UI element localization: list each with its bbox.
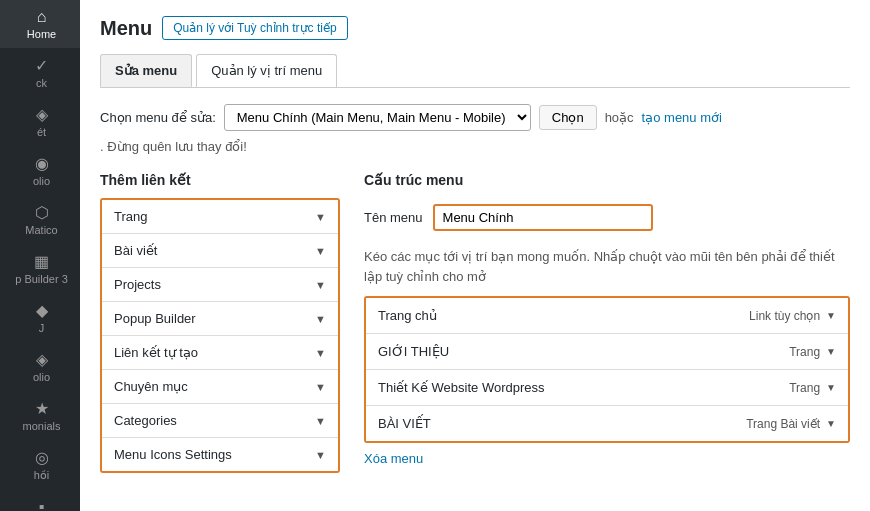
accordion-header-menu-icons[interactable]: Menu Icons Settings ▼ — [102, 438, 338, 471]
accordion-item-bai-viet: Bài viết ▼ — [102, 234, 338, 268]
select-note2: . Đừng quên lưu thay đổi! — [100, 139, 247, 154]
accordion-label-lien-ket: Liên kết tự tạo — [114, 345, 198, 360]
accordion-header-chuyen-muc[interactable]: Chuyên mục ▼ — [102, 370, 338, 403]
menu-item-right-gioi-thieu: Trang ▼ — [789, 345, 836, 359]
sidebar-item-locks[interactable]: ▪ locks — [0, 490, 80, 511]
accordion-arrow-menu-icons: ▼ — [315, 449, 326, 461]
builder-icon: ▦ — [9, 252, 74, 271]
tab-sua-menu[interactable]: Sửa menu — [100, 54, 192, 87]
chon-button[interactable]: Chọn — [539, 105, 597, 130]
sidebar-item-home[interactable]: ⌂ Home — [0, 0, 80, 48]
select-note: hoặc — [605, 110, 634, 125]
sidebar-item-olio2[interactable]: ◈ olio — [0, 342, 80, 391]
accordion-arrow-popup-builder: ▼ — [315, 313, 326, 325]
drag-note: Kéo các mục tới vị trí bạn mong muốn. Nh… — [364, 247, 850, 286]
select-row: Chọn menu để sửa: Menu Chính (Main Menu,… — [100, 104, 850, 154]
chevron-down-icon-trang-chu: ▼ — [826, 310, 836, 321]
accordion-header-bai-viet[interactable]: Bài viết ▼ — [102, 234, 338, 267]
sidebar-item-olio1[interactable]: ◉ olio — [0, 146, 80, 195]
right-column: Cấu trúc menu Tên menu Kéo các mục tới v… — [364, 172, 850, 466]
page-title: Menu — [100, 17, 152, 40]
menu-item-gioi-thieu[interactable]: GIỚI THIỆU Trang ▼ — [366, 334, 848, 370]
main-content: Menu Quản lý với Tuỳ chỉnh trực tiếp Sửa… — [80, 0, 870, 511]
menu-item-label-gioi-thieu: GIỚI THIỆU — [378, 344, 449, 359]
tab-quan-ly-vi-tri[interactable]: Quản lý vị trí menu — [196, 54, 337, 87]
accordion-header-projects[interactable]: Projects ▼ — [102, 268, 338, 301]
accordion-label-menu-icons: Menu Icons Settings — [114, 447, 232, 462]
accordion-arrow-chuyen-muc: ▼ — [315, 381, 326, 393]
accordion-header-popup-builder[interactable]: Popup Builder ▼ — [102, 302, 338, 335]
menu-item-bai-viet[interactable]: BÀI VIẾT Trang Bài viết ▼ — [366, 406, 848, 441]
accordion-header-trang[interactable]: Trang ▼ — [102, 200, 338, 233]
select-label: Chọn menu để sửa: — [100, 110, 216, 125]
accordion-item-menu-icons: Menu Icons Settings ▼ — [102, 438, 338, 471]
accordion-item-popup-builder: Popup Builder ▼ — [102, 302, 338, 336]
sidebar-item-j[interactable]: ◆ J — [0, 293, 80, 342]
menu-item-type-thiet-ke: Trang — [789, 381, 820, 395]
ck-icon: ✓ — [9, 56, 74, 75]
hoi-icon: ◎ — [9, 448, 74, 467]
page-header: Menu Quản lý với Tuỳ chỉnh trực tiếp — [100, 16, 850, 40]
chevron-down-icon-bai-viet: ▼ — [826, 418, 836, 429]
j-icon: ◆ — [9, 301, 74, 320]
menu-name-input[interactable] — [433, 204, 653, 231]
menu-item-type-trang-chu: Link tùy chọn — [749, 309, 820, 323]
accordion-arrow-projects: ▼ — [315, 279, 326, 291]
two-col-layout: Thêm liên kết Trang ▼ Bài viết ▼ — [100, 172, 850, 473]
xoa-menu-link[interactable]: Xóa menu — [364, 451, 423, 466]
accordion-label-categories: Categories — [114, 413, 177, 428]
accordion-arrow-lien-ket: ▼ — [315, 347, 326, 359]
accordion-item-trang: Trang ▼ — [102, 200, 338, 234]
menu-item-type-bai-viet: Trang Bài viết — [746, 417, 820, 431]
menu-item-right-thiet-ke: Trang ▼ — [789, 381, 836, 395]
monials-icon: ★ — [9, 399, 74, 418]
menu-name-label: Tên menu — [364, 210, 423, 225]
sidebar: ⌂ Home ✓ ck ◈ ét ◉ olio ⬡ Matico ▦ p Bui… — [0, 0, 80, 511]
customize-button[interactable]: Quản lý với Tuỳ chỉnh trực tiếp — [162, 16, 347, 40]
menu-name-row: Tên menu — [364, 198, 850, 237]
chevron-down-icon-gioi-thieu: ▼ — [826, 346, 836, 357]
accordion-arrow-bai-viet: ▼ — [315, 245, 326, 257]
left-column: Thêm liên kết Trang ▼ Bài viết ▼ — [100, 172, 340, 473]
et-icon: ◈ — [9, 105, 74, 124]
content-area: Menu Quản lý với Tuỳ chỉnh trực tiếp Sửa… — [80, 0, 870, 511]
tao-menu-link[interactable]: tạo menu mới — [642, 110, 722, 125]
accordion-label-projects: Projects — [114, 277, 161, 292]
menu-item-right-trang-chu: Link tùy chọn ▼ — [749, 309, 836, 323]
menu-item-label-thiet-ke: Thiết Kế Website Wordpress — [378, 380, 545, 395]
sidebar-item-et[interactable]: ◈ ét — [0, 97, 80, 146]
sidebar-item-matico[interactable]: ⬡ Matico — [0, 195, 80, 244]
accordion-list: Trang ▼ Bài viết ▼ Projects ▼ — [100, 198, 340, 473]
sidebar-item-monials[interactable]: ★ monials — [0, 391, 80, 440]
menu-item-label-trang-chu: Trang chủ — [378, 308, 437, 323]
chevron-down-icon-thiet-ke: ▼ — [826, 382, 836, 393]
accordion-header-categories[interactable]: Categories ▼ — [102, 404, 338, 437]
olio1-icon: ◉ — [9, 154, 74, 173]
accordion-header-lien-ket[interactable]: Liên kết tự tạo ▼ — [102, 336, 338, 369]
menu-item-trang-chu[interactable]: Trang chủ Link tùy chọn ▼ — [366, 298, 848, 334]
left-col-heading: Thêm liên kết — [100, 172, 340, 188]
menu-structure: Trang chủ Link tùy chọn ▼ GIỚI THIỆU Tra… — [364, 296, 850, 443]
menu-item-type-gioi-thieu: Trang — [789, 345, 820, 359]
matico-icon: ⬡ — [9, 203, 74, 222]
menu-item-thiet-ke[interactable]: Thiết Kế Website Wordpress Trang ▼ — [366, 370, 848, 406]
accordion-item-projects: Projects ▼ — [102, 268, 338, 302]
sidebar-item-ck[interactable]: ✓ ck — [0, 48, 80, 97]
accordion-item-chuyen-muc: Chuyên mục ▼ — [102, 370, 338, 404]
tabs: Sửa menu Quản lý vị trí menu — [100, 54, 850, 88]
right-col-heading: Cấu trúc menu — [364, 172, 850, 188]
menu-item-right-bai-viet: Trang Bài viết ▼ — [746, 417, 836, 431]
locks-icon: ▪ — [9, 498, 74, 511]
accordion-arrow-categories: ▼ — [315, 415, 326, 427]
accordion-label-popup-builder: Popup Builder — [114, 311, 196, 326]
accordion-item-lien-ket: Liên kết tự tạo ▼ — [102, 336, 338, 370]
accordion-label-bai-viet: Bài viết — [114, 243, 157, 258]
sidebar-item-hoi[interactable]: ◎ hồi — [0, 440, 80, 490]
sidebar-item-builder[interactable]: ▦ p Builder 3 — [0, 244, 80, 293]
accordion-label-trang: Trang — [114, 209, 147, 224]
menu-item-label-bai-viet: BÀI VIẾT — [378, 416, 431, 431]
olio2-icon: ◈ — [9, 350, 74, 369]
home-icon: ⌂ — [9, 8, 74, 26]
accordion-item-categories: Categories ▼ — [102, 404, 338, 438]
menu-select[interactable]: Menu Chính (Main Menu, Main Menu - Mobil… — [224, 104, 531, 131]
